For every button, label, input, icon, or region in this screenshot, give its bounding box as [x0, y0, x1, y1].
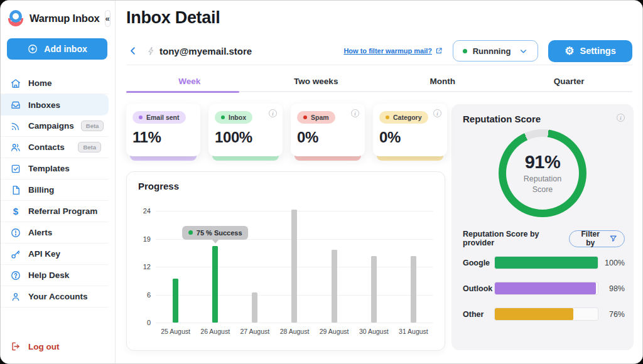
- provider-bar-track: [494, 282, 598, 295]
- tab-quarter[interactable]: Quarter: [506, 71, 633, 91]
- tooltip-success-dot: [188, 230, 193, 235]
- info-icon[interactable]: [351, 109, 359, 117]
- sidebar-item-contacts[interactable]: Contacts Beta: [1, 137, 109, 158]
- gridline: 0: [156, 323, 433, 323]
- brand-name: Warmup Inbox: [30, 13, 100, 24]
- contacts-icon: [10, 142, 21, 153]
- progress-bar-25-august[interactable]: [173, 279, 178, 323]
- stat-value: 100%: [215, 129, 276, 146]
- tab-label: Month: [430, 77, 455, 86]
- page-title: Inbox Detail: [126, 8, 220, 28]
- stat-value: 0%: [379, 129, 441, 146]
- filter-funnel-icon: [609, 234, 617, 243]
- plus-circle-icon: [27, 43, 38, 55]
- x-axis-tick: 27 August: [235, 328, 274, 335]
- add-inbox-button[interactable]: Add inbox: [7, 38, 107, 60]
- reputation-panel-title: Reputation Score: [463, 114, 541, 124]
- provider-percent: 100%: [598, 259, 625, 267]
- help-filter-link-label: How to filter warmup mail?: [343, 47, 432, 55]
- provider-row-outlook: Outlook 98%: [463, 282, 625, 295]
- sidebar-item-label: Home: [28, 78, 52, 88]
- tab-month[interactable]: Month: [379, 71, 506, 91]
- provider-percent: 76%: [598, 310, 625, 319]
- sidebar-item-your-accounts[interactable]: Your Accounts: [1, 286, 109, 308]
- add-inbox-label: Add inbox: [44, 44, 87, 54]
- tab-label: Quarter: [554, 77, 585, 86]
- bar-tooltip: 75 % Success: [182, 226, 249, 240]
- stat-dot: [386, 115, 389, 119]
- y-axis-tick: 6: [133, 291, 151, 299]
- inbox-icon: [10, 99, 21, 110]
- progress-bar-31-august[interactable]: [411, 256, 416, 323]
- inbox-header-row: tony@myemail.store How to filter warmup …: [126, 38, 632, 63]
- filter-by-label: Filter by: [576, 230, 605, 247]
- stat-label: Email sent: [146, 114, 180, 121]
- progress-bar-27-august[interactable]: [252, 292, 257, 323]
- sidebar-item-label: Templates: [28, 164, 70, 173]
- sidebar-item-label: Alerts: [28, 228, 52, 237]
- help-icon: [10, 270, 21, 281]
- info-icon[interactable]: [617, 114, 625, 122]
- settings-button[interactable]: Settings: [548, 40, 632, 62]
- sidebar-collapse-icon[interactable]: [105, 10, 111, 27]
- x-axis-tick: 31 August: [394, 328, 433, 335]
- sidebar-item-templates[interactable]: Templates: [1, 158, 109, 179]
- reputation-score-caption: Reputation Score: [516, 174, 570, 195]
- bar-slot: [354, 211, 394, 323]
- provider-bar-track: [494, 308, 598, 321]
- progress-bar-26-august[interactable]: [212, 246, 218, 323]
- sidebar-item-referral-program[interactable]: $ Referral Program: [1, 201, 109, 222]
- back-chevron-icon[interactable]: [126, 44, 140, 58]
- tab-week[interactable]: Week: [126, 71, 253, 91]
- period-tabs: Week Two weeks Month Quarter: [126, 71, 632, 92]
- help-filter-link[interactable]: How to filter warmup mail?: [343, 47, 443, 55]
- sidebar-item-label: Inboxes: [28, 100, 60, 110]
- progress-chart-card: Progress 24 19 12 6 0 75 % Success 25 Au…: [126, 171, 445, 351]
- x-axis-tick: 29 August: [315, 328, 354, 335]
- lightning-icon: [146, 46, 156, 56]
- sidebar-item-home[interactable]: Home: [1, 73, 109, 94]
- tab-two-weeks[interactable]: Two weeks: [253, 71, 380, 91]
- reputation-score-panel: Reputation Score 91% Reputation Score Re…: [451, 104, 634, 350]
- x-axis-labels: 25 August 26 August 27 August 28 August …: [156, 328, 433, 335]
- progress-bar-30-august[interactable]: [371, 256, 377, 323]
- provider-row-other: Other 76%: [463, 308, 625, 321]
- chevron-down-icon: [519, 46, 528, 56]
- info-icon[interactable]: [433, 109, 441, 117]
- sidebar-item-campaigns[interactable]: Campaigns Beta: [1, 115, 109, 137]
- logout-icon: [10, 341, 21, 352]
- stat-pill: Category: [379, 111, 428, 124]
- sidebar-item-label: Billing: [28, 185, 54, 195]
- stats-row: Email sent 11% Inbox 100% Spam 0%: [126, 104, 447, 156]
- status-dropdown[interactable]: Runnning: [453, 40, 538, 62]
- filter-by-button[interactable]: Filter by: [569, 230, 625, 247]
- logout-button[interactable]: Log out: [10, 341, 59, 352]
- provider-bar-fill: [495, 282, 596, 294]
- stat-card-spam: Spam 0%: [291, 104, 365, 156]
- logout-label: Log out: [28, 342, 59, 351]
- provider-name: Google: [463, 259, 494, 267]
- progress-bar-28-august[interactable]: [291, 210, 297, 323]
- app-window: Warmup Inbox Add inbox Home Inboxes Camp…: [0, 0, 643, 364]
- inbox-email-address: tony@myemail.store: [159, 46, 252, 56]
- template-check-icon: [10, 163, 21, 174]
- info-icon[interactable]: [269, 109, 277, 117]
- stat-dot: [221, 115, 225, 119]
- y-axis-tick: 24: [133, 207, 151, 215]
- x-axis-tick: 25 August: [156, 328, 195, 335]
- sidebar-item-alerts[interactable]: Alerts: [1, 222, 109, 244]
- provider-bar-track: [494, 256, 598, 269]
- broadcast-icon: [10, 120, 21, 132]
- sidebar-item-billing[interactable]: Billing: [1, 179, 109, 201]
- progress-bar-29-august[interactable]: [332, 250, 337, 323]
- progress-chart-title: Progress: [138, 181, 179, 191]
- stat-pill: Spam: [297, 111, 335, 124]
- external-link-icon: [435, 47, 443, 55]
- sidebar-item-inboxes[interactable]: Inboxes: [1, 94, 109, 115]
- y-axis-tick: 19: [133, 235, 151, 243]
- sidebar-item-help-desk[interactable]: Help Desk: [1, 265, 109, 286]
- bar-slot: [274, 211, 314, 323]
- sidebar-item-label: Help Desk: [28, 270, 69, 280]
- sidebar-item-api-key[interactable]: API Key: [1, 244, 109, 265]
- main-content: Inbox Detail tony@myemail.store How to f…: [116, 1, 642, 363]
